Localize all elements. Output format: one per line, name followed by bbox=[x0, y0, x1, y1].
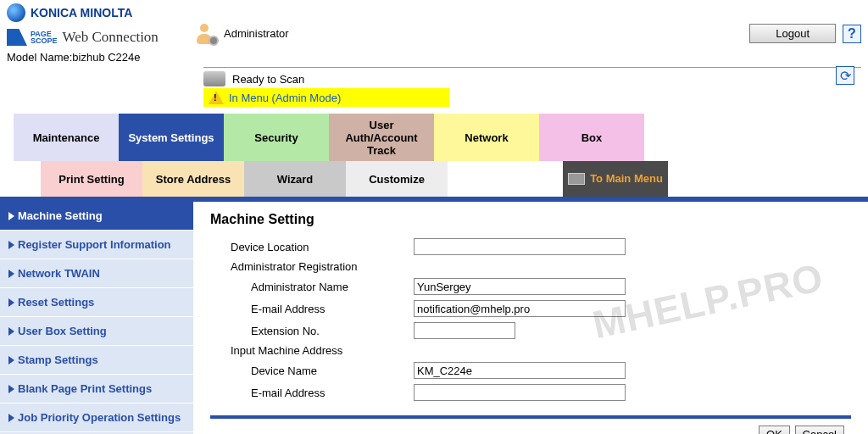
warning-icon bbox=[209, 91, 224, 104]
page-title: Machine Setting bbox=[210, 212, 851, 227]
input-device-location[interactable] bbox=[414, 238, 626, 255]
triangle-icon bbox=[8, 241, 14, 249]
tab-box[interactable]: Box bbox=[539, 114, 644, 161]
tab-maintenance[interactable]: Maintenance bbox=[14, 114, 119, 161]
label-input-machine-address: Input Machine Address bbox=[210, 344, 414, 357]
triangle-icon bbox=[8, 298, 14, 307]
sidebar-item-network-twain[interactable]: Network TWAIN bbox=[0, 259, 193, 288]
model-name: Model Name:bizhub C224e bbox=[7, 51, 197, 64]
status-admin-mode: In Menu (Admin Mode) bbox=[203, 88, 449, 107]
subtab-customize[interactable]: Customize bbox=[346, 161, 448, 197]
triangle-icon bbox=[8, 414, 14, 422]
input-email[interactable] bbox=[414, 300, 626, 317]
tab-system-settings[interactable]: System Settings bbox=[119, 114, 224, 161]
input-extension-no[interactable] bbox=[414, 322, 515, 339]
brand-circle-icon bbox=[7, 3, 25, 22]
triangle-icon bbox=[8, 270, 14, 278]
admin-label: Administrator bbox=[224, 27, 289, 40]
scanner-icon bbox=[203, 71, 225, 86]
tab-security[interactable]: Security bbox=[224, 114, 329, 161]
subtab-print-setting[interactable]: Print Setting bbox=[41, 161, 142, 197]
subtab-wizard[interactable]: Wizard bbox=[244, 161, 346, 197]
label-admin-registration: Administrator Registration bbox=[210, 260, 414, 273]
main-menu-icon bbox=[568, 173, 585, 185]
tab-network[interactable]: Network bbox=[434, 114, 539, 161]
tab-user-auth[interactable]: User Auth/Account Track bbox=[329, 114, 434, 161]
sidebar-item-blank-page-print[interactable]: Blank Page Print Settings bbox=[0, 375, 193, 403]
web-connection-text: Web Connection bbox=[63, 29, 159, 46]
ok-button[interactable]: OK bbox=[759, 426, 790, 434]
input-email2[interactable] bbox=[414, 384, 626, 401]
admin-user-icon bbox=[197, 24, 217, 44]
label-extension-no: Extension No. bbox=[210, 325, 414, 337]
subtab-to-main-menu[interactable]: To Main Menu bbox=[563, 161, 668, 197]
subtab-store-address[interactable]: Store Address bbox=[142, 161, 244, 197]
triangle-icon bbox=[8, 327, 14, 336]
label-email2: E-mail Address bbox=[210, 387, 414, 399]
triangle-icon bbox=[8, 385, 14, 393]
label-admin-name: Administrator Name bbox=[210, 281, 414, 293]
sidebar-item-user-box-setting[interactable]: User Box Setting bbox=[0, 317, 193, 346]
help-button[interactable]: ? bbox=[843, 25, 861, 43]
sidebar-item-stamp-settings[interactable]: Stamp Settings bbox=[0, 346, 193, 375]
pagescope-logo: PAGESCOPE Web Connection bbox=[7, 29, 197, 46]
refresh-button[interactable]: ⟳ bbox=[836, 66, 854, 85]
pagescope-icon bbox=[7, 29, 27, 46]
header-divider bbox=[203, 67, 861, 68]
sidebar-item-register-support[interactable]: Register Support Information bbox=[0, 231, 193, 259]
logout-button[interactable]: Logout bbox=[749, 24, 836, 43]
sidebar-item-machine-setting[interactable]: Machine Setting bbox=[0, 202, 193, 231]
label-device-name: Device Name bbox=[210, 364, 414, 377]
label-email: E-mail Address bbox=[210, 303, 414, 315]
sidebar-item-reset-settings[interactable]: Reset Settings bbox=[0, 288, 193, 317]
input-device-name[interactable] bbox=[414, 362, 626, 379]
triangle-icon bbox=[8, 356, 14, 364]
form-divider bbox=[210, 415, 851, 419]
cancel-button[interactable]: Cancel bbox=[795, 426, 844, 434]
brand-text: KONICA MINOLTA bbox=[31, 6, 132, 19]
sidebar: Machine Setting Register Support Informa… bbox=[0, 202, 193, 434]
label-device-location: Device Location bbox=[210, 241, 414, 253]
input-admin-name[interactable] bbox=[414, 278, 626, 295]
status-ready: Ready to Scan bbox=[203, 70, 861, 88]
pagescope-text: PAGESCOPE bbox=[31, 31, 58, 44]
triangle-icon bbox=[8, 212, 14, 220]
sidebar-item-job-priority[interactable]: Job Priority Operation Settings bbox=[0, 403, 193, 432]
brand-logo: KONICA MINOLTA bbox=[7, 3, 197, 22]
